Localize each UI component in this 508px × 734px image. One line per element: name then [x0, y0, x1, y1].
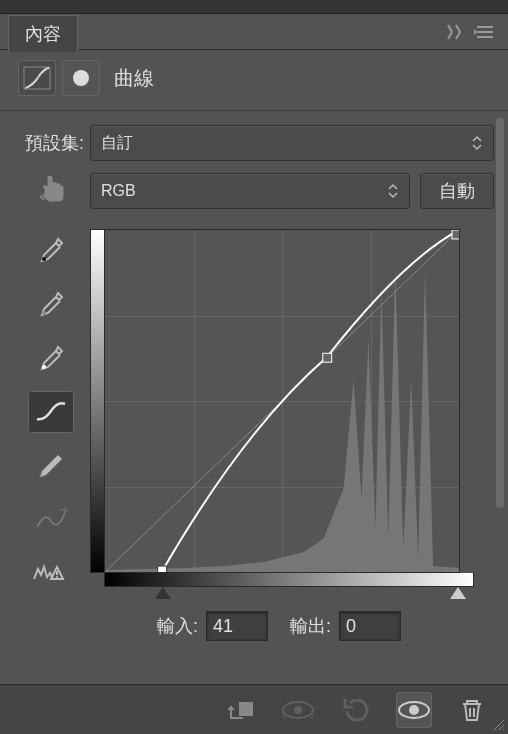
panel-menu-icon[interactable] [474, 21, 496, 43]
auto-button[interactable]: 自動 [420, 173, 494, 209]
collapse-icon[interactable] [444, 21, 466, 43]
svg-point-14 [294, 706, 302, 714]
svg-point-4 [42, 311, 46, 315]
graph-zone [14, 229, 494, 587]
svg-point-7 [56, 576, 58, 578]
svg-point-5 [42, 365, 46, 369]
output-label: 輸出: [290, 614, 331, 638]
svg-point-3 [42, 257, 46, 261]
svg-rect-11 [452, 230, 459, 239]
svg-rect-9 [158, 566, 167, 572]
input-value-field[interactable] [206, 611, 268, 641]
y-gradient [91, 230, 105, 572]
white-slider[interactable] [450, 587, 466, 599]
curve-edit-tool[interactable] [28, 391, 74, 433]
channel-value: RGB [101, 182, 136, 200]
pencil-tool[interactable] [28, 445, 74, 487]
panel-header: 內容 [0, 14, 508, 50]
x-gradient [104, 573, 474, 587]
preset-select[interactable]: 自訂 [90, 125, 494, 161]
black-slider[interactable] [155, 587, 171, 599]
clip-to-layer-button[interactable] [222, 692, 258, 728]
preset-row: 預設集: 自訂 [14, 125, 494, 161]
panel-tab-properties[interactable]: 內容 [8, 15, 78, 52]
input-label: 輸入: [157, 614, 198, 638]
curves-icon [23, 66, 51, 90]
clip-warning-tool[interactable] [28, 553, 74, 595]
preset-label: 預設集: [14, 131, 90, 155]
preset-value: 自訂 [101, 133, 133, 154]
view-previous-button[interactable] [280, 692, 316, 728]
trash-icon [459, 696, 485, 724]
content-area: 預設集: 自訂 RGB 自動 [0, 111, 508, 641]
io-row: 輸入: 輸出: [14, 611, 494, 641]
svg-point-2 [73, 70, 89, 86]
smooth-tool[interactable] [28, 499, 74, 541]
window-top-edge [0, 0, 508, 14]
eye-icon [397, 699, 431, 721]
curves-adjustment-icon-button[interactable] [18, 60, 56, 96]
curve-line [105, 230, 459, 572]
white-point-eyedropper[interactable] [28, 337, 74, 379]
reset-button[interactable] [338, 692, 374, 728]
layer-mask-button[interactable] [62, 60, 100, 96]
x-gradient-wrap [90, 573, 460, 587]
svg-rect-12 [239, 702, 253, 716]
scrollbar[interactable] [496, 118, 504, 508]
gray-point-eyedropper[interactable] [28, 283, 74, 325]
adjustment-title: 曲線 [114, 65, 154, 92]
footer-bar [0, 684, 508, 734]
curves-graph[interactable] [90, 229, 460, 573]
tab-label: 內容 [25, 24, 61, 44]
black-point-eyedropper[interactable] [28, 229, 74, 271]
svg-point-16 [409, 705, 419, 715]
adjustment-title-row: 曲線 [0, 50, 508, 111]
resize-grip[interactable] [492, 718, 506, 732]
left-tools [28, 229, 78, 595]
svg-rect-10 [323, 353, 332, 362]
visibility-toggle-button[interactable] [396, 692, 432, 728]
dropdown-arrows-icon [471, 134, 483, 152]
dropdown-arrows-icon [387, 182, 399, 200]
auto-label: 自動 [439, 179, 475, 203]
channel-row: RGB 自動 [14, 173, 494, 209]
delete-button[interactable] [454, 692, 490, 728]
grid-area[interactable] [105, 230, 459, 572]
targeted-adjustment-tool[interactable] [36, 171, 76, 211]
mask-icon [69, 66, 93, 90]
output-value-field[interactable] [339, 611, 401, 641]
channel-select[interactable]: RGB [90, 173, 410, 209]
